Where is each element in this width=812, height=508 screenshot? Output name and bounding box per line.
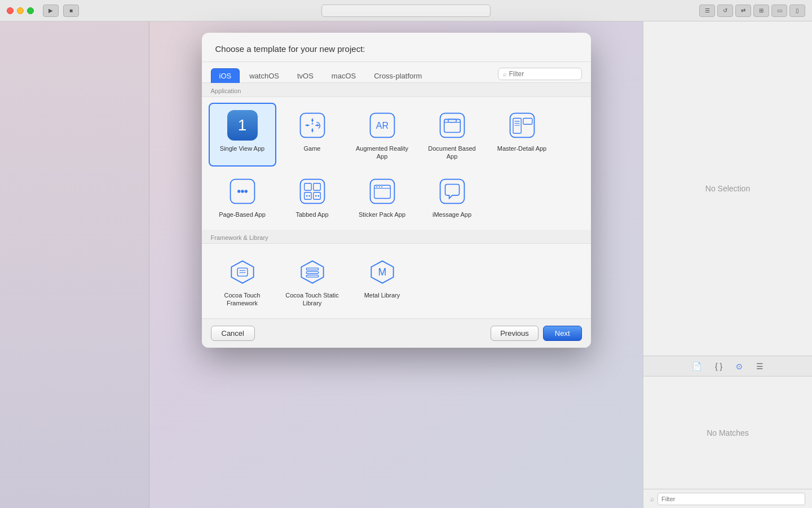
svg-rect-45 [306, 268, 318, 270]
layout1-button[interactable]: ⊞ [753, 5, 769, 17]
maximize-button[interactable] [27, 7, 34, 14]
right-panel: No Selection 📄 { } ⊙ ☰ No Matches ⌕ [643, 21, 812, 508]
svg-point-30 [308, 195, 310, 196]
right-panel-top: No Selection [643, 21, 812, 356]
right-panel-filter-input[interactable] [657, 493, 805, 505]
metal-library-label: Metal Library [364, 291, 400, 299]
imessage-app-label: iMessage App [433, 211, 471, 218]
layout3-button[interactable]: ▯ [789, 5, 805, 17]
svg-marker-44 [301, 261, 323, 283]
right-panel-toolbar: 📄 { } ⊙ ☰ [643, 356, 812, 376]
application-template-grid: 1 Single View App [202, 97, 591, 230]
svg-rect-27 [304, 192, 311, 199]
template-page-based-app[interactable]: Page-Based App [209, 169, 276, 224]
single-view-app-icon: 1 [227, 110, 258, 141]
filter-box[interactable]: ⌕ [498, 68, 582, 80]
document-based-app-icon [436, 110, 468, 141]
tabbed-app-label: Tabbed App [295, 211, 328, 218]
center-content: Choose a template for your new project: … [149, 21, 643, 508]
tab-tvos[interactable]: tvOS [289, 68, 322, 83]
svg-point-23 [244, 190, 247, 192]
svg-text:AR: AR [376, 120, 388, 130]
no-selection-label: No Selection [705, 184, 750, 193]
template-cocoa-touch-framework[interactable]: Cocoa Touch Framework [209, 249, 276, 313]
traffic-lights [7, 7, 34, 14]
svg-point-37 [378, 186, 379, 187]
minimize-button[interactable] [17, 7, 24, 14]
left-sidebar [0, 21, 149, 508]
refresh-button[interactable]: ↺ [717, 5, 733, 17]
tab-crossplatform[interactable]: Cross-platform [365, 68, 430, 83]
svg-rect-24 [300, 179, 324, 203]
back-forward-button[interactable]: ⇄ [735, 5, 751, 17]
svg-rect-15 [513, 119, 520, 134]
svg-point-29 [306, 195, 307, 196]
imessage-app-icon [436, 176, 468, 207]
template-master-detail-app[interactable]: Master-Detail App [488, 103, 556, 167]
list-view-button[interactable]: ☰ [699, 5, 715, 17]
application-section-label: Application [202, 83, 591, 97]
template-imessage-app[interactable]: iMessage App [418, 169, 486, 224]
template-ar-app[interactable]: AR Augmented Reality App [348, 103, 416, 167]
right-panel-content: No Matches [643, 376, 812, 489]
svg-rect-33 [370, 179, 394, 203]
cocoa-touch-static-library-icon [297, 256, 328, 288]
template-metal-library[interactable]: M Metal Library [348, 249, 416, 313]
close-button[interactable] [7, 7, 14, 14]
svg-point-22 [241, 190, 244, 192]
template-document-based-app[interactable]: Document Based App [418, 103, 486, 167]
braces-icon[interactable]: { } [713, 361, 725, 372]
framework-template-grid: Cocoa Touch Framework Cocoa To [202, 244, 591, 319]
game-icon [297, 110, 328, 141]
single-view-icon-box: 1 [227, 110, 258, 141]
dialog-footer: Cancel Previous Next [202, 318, 591, 348]
cancel-button[interactable]: Cancel [211, 326, 255, 341]
title-search-bar [321, 5, 491, 17]
svg-rect-25 [304, 183, 311, 190]
svg-rect-0 [300, 113, 324, 138]
cocoa-touch-static-library-label: Cocoa Touch Static Library [284, 291, 341, 308]
single-view-app-label: Single View App [220, 144, 264, 152]
right-panel-filter-icon: ⌕ [650, 495, 654, 503]
right-panel-filter: ⌕ [643, 489, 812, 508]
document-based-app-label: Document Based App [424, 144, 480, 161]
metal-library-icon: M [367, 256, 398, 288]
svg-point-36 [376, 186, 377, 187]
svg-point-21 [237, 190, 240, 192]
layout2-button[interactable]: ▭ [771, 5, 787, 17]
svg-point-31 [315, 195, 316, 196]
svg-rect-41 [237, 268, 248, 276]
no-matches-label: No Matches [707, 428, 749, 437]
filter-input[interactable] [509, 70, 577, 78]
dialog-header: Choose a template for your new project: [202, 33, 591, 62]
svg-rect-26 [313, 183, 320, 190]
template-tabbed-app[interactable]: Tabbed App [279, 169, 346, 224]
run-button[interactable]: ▶ [43, 5, 59, 17]
ar-app-icon: AR [367, 110, 398, 141]
svg-rect-12 [444, 119, 460, 132]
next-button[interactable]: Next [543, 326, 582, 341]
list-icon[interactable]: ☰ [754, 361, 766, 372]
page-based-app-icon [227, 176, 258, 207]
master-detail-app-icon [506, 110, 538, 141]
previous-button[interactable]: Previous [491, 326, 539, 341]
svg-rect-14 [510, 113, 534, 138]
tabbed-app-icon [297, 176, 328, 207]
file-icon[interactable]: 📄 [690, 361, 704, 372]
tab-watchos[interactable]: watchOS [241, 68, 288, 83]
svg-rect-39 [440, 179, 464, 203]
tab-ios[interactable]: iOS [211, 68, 240, 83]
svg-marker-40 [231, 261, 253, 283]
circle-icon[interactable]: ⊙ [734, 361, 745, 372]
svg-rect-46 [306, 271, 318, 274]
stop-button[interactable]: ■ [63, 5, 79, 17]
template-sticker-pack-app[interactable]: Sticker Pack App [348, 169, 416, 224]
template-single-view-app[interactable]: 1 Single View App [209, 103, 276, 167]
tab-macos[interactable]: macOS [323, 68, 364, 83]
template-cocoa-touch-static-library[interactable]: Cocoa Touch Static Library [279, 249, 346, 313]
template-game[interactable]: Game [279, 103, 346, 167]
svg-rect-28 [313, 192, 320, 199]
title-bar: ▶ ■ ☰ ↺ ⇄ ⊞ ▭ ▯ [0, 0, 812, 21]
cocoa-touch-framework-icon [227, 256, 258, 288]
tabs-bar: iOS watchOS tvOS macOS Cross-platform ⌕ [202, 62, 591, 83]
